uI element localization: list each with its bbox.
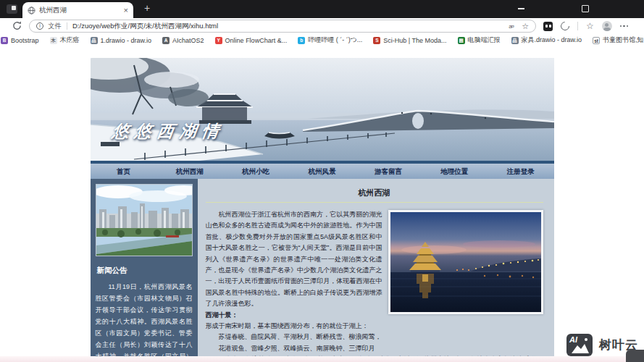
bookmark-favicon-icon: ▤: [458, 37, 465, 44]
city-photo: [96, 184, 193, 256]
webpage-viewport: 悠悠西湖情 首页杭州西湖杭州小吃杭州风景游客留言地理位置注册登录: [0, 46, 644, 356]
bookmark-label: 哔哩哔哩 ( ´- ´)つ...: [308, 35, 362, 45]
watermark-logo-icon: AI: [566, 334, 593, 356]
bookmark-label: 木疙瘩: [60, 35, 80, 45]
bookmark-item[interactable]: ▤电脑端汇报: [458, 35, 501, 45]
bookmark-favicon-icon: A: [162, 37, 170, 44]
bookmark-item[interactable]: b哔哩哔哩 ( ´- ´)つ...: [298, 35, 362, 45]
address-divider: [67, 22, 67, 30]
bookmark-favicon-icon: S: [373, 37, 380, 44]
bookmark-item[interactable]: st书童图书馆,知网免...: [593, 35, 644, 45]
main-nav: 首页杭州西湖杭州小吃杭州风景游客留言地理位置注册登录: [91, 161, 554, 179]
bookmark-favicon-icon: Y: [215, 37, 222, 44]
maximize-button[interactable]: [580, 3, 591, 13]
bookmark-favicon-icon: 木: [50, 37, 57, 44]
sidebar: 新闻公告 11月19日，杭州西湖风景名胜区管委会（市园林文物局）召开领导干部会议…: [91, 179, 198, 356]
nav-item[interactable]: 杭州小吃: [222, 164, 288, 179]
bookmark-item[interactable]: SSci-Hub | The Moda...: [373, 37, 446, 44]
nav-item[interactable]: 杭州风景: [289, 164, 355, 179]
content-area: 新闻公告 11月19日，杭州西湖风景名胜区管委会（市园林文物局）召开领导干部会议…: [91, 179, 554, 356]
bookmark-item[interactable]: BBootstrap: [1, 37, 39, 44]
site-container: 悠悠西湖情 首页杭州西湖杭州小吃杭州风景游客留言地理位置注册登录: [91, 58, 554, 356]
bookmark-favicon-icon: 品: [91, 37, 98, 44]
nav-item[interactable]: 首页: [91, 164, 156, 179]
bookmark-item[interactable]: AAIchatOS2: [162, 37, 204, 44]
title-divider: [206, 202, 543, 203]
browser-toolbar: 文件 D:/zuoye/web作业/网页/未/杭州西湖网/xihu.html ☆…: [0, 18, 644, 34]
browser-tab-strip: 杭州西湖 × +: [0, 0, 644, 18]
article-title: 杭州西湖: [206, 188, 543, 198]
address-bar[interactable]: 文件 D:/zuoye/web作业/网页/未/杭州西湖网/xihu.html ☆: [29, 20, 536, 33]
favorite-star-icon[interactable]: ☆: [522, 22, 529, 30]
bookmark-label: AIchatOS2: [172, 37, 204, 44]
browser-essentials-icon[interactable]: [559, 20, 572, 33]
minimize-button[interactable]: [516, 3, 527, 13]
bookmark-favicon-icon: b: [298, 37, 305, 44]
nav-item[interactable]: 地理位置: [422, 164, 488, 179]
bookmark-favicon-icon: B: [1, 37, 8, 44]
bookmark-label: 1.drawio - draw.io: [101, 37, 152, 44]
bookmark-item[interactable]: YOnline FlowChart &...: [215, 37, 288, 44]
close-tab-icon[interactable]: ×: [124, 7, 128, 14]
nav-item[interactable]: 杭州西湖: [156, 164, 222, 179]
address-scheme-label: 文件: [48, 22, 62, 31]
translate-icon[interactable]: [507, 22, 515, 30]
mountain-icon: [566, 334, 593, 356]
bookmark-favicon-icon: st: [593, 37, 600, 44]
news-title: 新闻公告: [97, 266, 191, 276]
profile-avatar[interactable]: [602, 21, 612, 31]
article: 杭州西湖: [198, 179, 554, 356]
winter-lake-image: [91, 58, 554, 161]
bookmark-item[interactable]: 品家具.drawio - draw.io: [511, 35, 582, 45]
bookmark-label: Sci-Hub | The Moda...: [383, 37, 446, 44]
tab-title: 杭州西湖: [39, 6, 124, 15]
page-info-icon[interactable]: [36, 22, 43, 30]
ten-scenes-line1: 苏堤春晓、曲院风荷、平湖秋月、断桥残雪、柳浪闻莺，: [206, 332, 543, 342]
bookmark-favicon-icon: 品: [511, 37, 519, 44]
globe-favicon-icon: [28, 7, 35, 14]
bookmark-label: 电脑端汇报: [468, 35, 501, 45]
browser-tab[interactable]: 杭州西湖 ×: [22, 2, 133, 18]
refresh-icon[interactable]: [12, 20, 22, 31]
bottom-strip: [0, 356, 644, 362]
nav-item[interactable]: 游客留言: [355, 164, 421, 179]
new-tab-button[interactable]: +: [142, 4, 152, 14]
hero-banner: 悠悠西湖情: [91, 58, 554, 161]
bookmark-label: 书童图书馆,知网免...: [603, 35, 644, 45]
bookmark-label: 家具.drawio - draw.io: [522, 35, 582, 45]
bookmark-item[interactable]: 品1.drawio - draw.io: [91, 37, 152, 44]
site-logo: 悠悠西湖情: [110, 120, 225, 143]
nav-item[interactable]: 注册登录: [488, 164, 553, 179]
corner-widget[interactable]: [626, 350, 644, 362]
bookmark-item[interactable]: 木木疙瘩: [50, 35, 80, 45]
bookmark-label: Bootstrap: [11, 37, 39, 44]
workspaces-icon[interactable]: [7, 4, 17, 14]
settings-menu-icon[interactable]: [620, 25, 629, 28]
news-body: 11月19日，杭州西湖风景名胜区管委会（市园林文物局）召开领导干部会议，传达学习…: [96, 281, 193, 356]
ten-scenes-intro: 形成于南宋时期，基本围绕西湖分布，有的就位于湖上：: [206, 321, 543, 332]
night-lake-photo: [388, 210, 543, 314]
extension-icon[interactable]: [543, 22, 553, 31]
bookmarks-bar: BBootstrap木木疙瘩品1.drawio - draw.ioAAIchat…: [0, 34, 644, 46]
favorites-hub-icon[interactable]: ☆: [586, 22, 594, 30]
address-url[interactable]: D:/zuoye/web作业/网页/未/杭州西湖网/xihu.html: [72, 22, 507, 31]
ten-scenes-line2: 花港观鱼、雷峰夕照、双峰插云、南屏晚钟、三潭印月: [206, 343, 543, 354]
bookmark-label: Online FlowChart &...: [225, 37, 288, 44]
toolbar-divider: [577, 22, 578, 30]
